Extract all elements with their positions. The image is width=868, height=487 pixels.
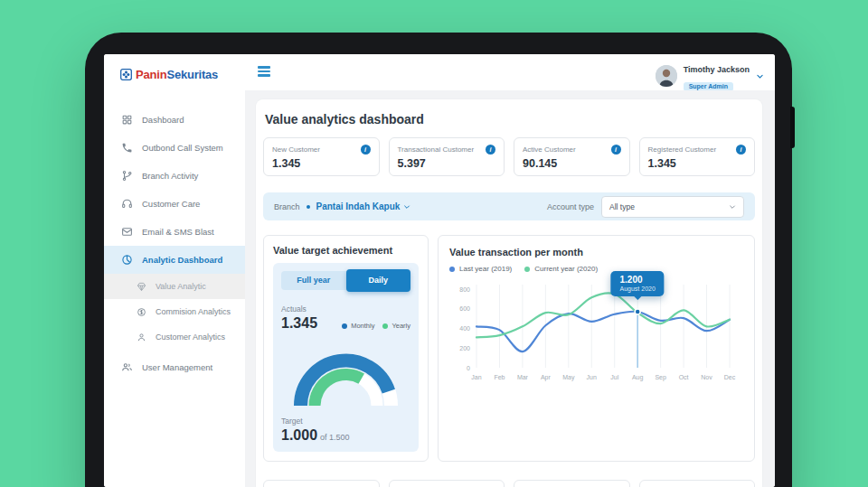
stat-value: 5.397 [398, 157, 496, 170]
hamburger-menu-icon[interactable] [258, 66, 270, 79]
dashboard-card: Value analytics dashboard New Customer 1… [256, 99, 762, 487]
sidebar-item-dashboard[interactable]: Dashboard [104, 106, 245, 134]
brand-name-red: Panin [136, 68, 166, 81]
pie-chart-icon [121, 254, 133, 266]
stat-value: 1.345 [648, 157, 747, 170]
stat-card-transactional-customer: Transactional Customer 5.397 [389, 137, 505, 176]
stat-value: 1.345 [272, 157, 371, 170]
last-year-legend-label: Last year (2019) [459, 265, 512, 273]
svg-text:Jul: Jul [610, 374, 618, 380]
stat-card-new-customer: New Customer 1.345 [263, 137, 380, 176]
last-year-legend-dot [449, 267, 455, 272]
user-name: Timothy Jackson [684, 65, 750, 74]
content-area: Value analytics dashboard New Customer 1… [245, 90, 775, 487]
grid-icon [121, 114, 133, 126]
actuals-value: 1.345 [281, 315, 317, 331]
actuals-label: Actuals [281, 304, 307, 314]
person-icon [137, 332, 146, 342]
topbar: Timothy Jackson Super Admin [245, 54, 775, 91]
stat-cards-row: New Customer 1.345 Transactional Custome… [263, 137, 755, 176]
sidebar-item-label: Email & SMS Blast [142, 227, 214, 237]
svg-text:Nov: Nov [701, 374, 712, 380]
sidebar-item-email-sms-blast[interactable]: Email & SMS Blast [104, 218, 245, 246]
chevron-down-icon[interactable] [756, 72, 764, 80]
svg-text:400: 400 [459, 325, 470, 332]
page-title: Value analytics dashboard [265, 112, 755, 126]
card-title: Value target achievement [273, 245, 419, 256]
user-menu[interactable]: Timothy Jackson Super Admin [656, 60, 764, 92]
monthly-legend-label: Monthly [351, 322, 374, 330]
svg-text:Feb: Feb [494, 374, 505, 380]
stage: PaninSekuritas Dashboard Outbond Call Sy… [0, 0, 868, 487]
sidebar-item-label: Branch Activity [142, 171, 198, 181]
brand-name: PaninSekuritas [136, 68, 218, 81]
sidebar-subitem-label: Value Analytic [156, 282, 206, 291]
sidebar-subitem-commision-analytics[interactable]: Commision Analytics [104, 299, 245, 324]
info-icon[interactable] [361, 145, 371, 155]
target-value: 1.000 [281, 427, 317, 443]
panin-logo-icon [120, 69, 132, 80]
sidebar-subitem-label: Customer Analytics [156, 332, 225, 342]
sidebar-item-user-management[interactable]: User Management [104, 353, 245, 381]
headset-icon [121, 198, 133, 210]
account-type-label: Account type [547, 202, 594, 211]
dashboard-screen: PaninSekuritas Dashboard Outbond Call Sy… [104, 54, 775, 487]
svg-text:Sep: Sep [655, 374, 666, 381]
sidebar-subitem-label: Commision Analytics [156, 307, 231, 316]
svg-text:May: May [562, 374, 575, 381]
sidebar-item-outbond-call[interactable]: Outbond Call System [104, 134, 245, 162]
phone-icon [121, 142, 133, 154]
sidebar-subitem-value-analytic[interactable]: Value Analytic [104, 274, 245, 299]
channel-value-card: Channel value Regular Online trading [639, 480, 756, 487]
tooltip-value: 1.200 [620, 275, 656, 285]
branch-value: Pantai Indah Kapuk [316, 201, 401, 211]
channel-cards-row: Channel value Regular Online trading Cha… [263, 480, 755, 487]
sidebar-item-analytic-dashboard[interactable]: Analytic Dashboard [104, 246, 245, 274]
tab-full-year[interactable]: Full year [281, 271, 346, 290]
value-transaction-card: Value transaction per month Last year (2… [438, 235, 755, 462]
line-chart-legend: Last year (2019) Current year (2020) [449, 265, 743, 273]
sidebar-item-label: Customer Care [142, 199, 200, 209]
current-year-legend-dot [524, 267, 530, 272]
sidebar-item-customer-care[interactable]: Customer Care [104, 190, 245, 218]
branch-icon [121, 170, 133, 182]
stat-label: New Customer [272, 145, 320, 154]
branch-selector[interactable]: Pantai Indah Kapuk [316, 201, 411, 211]
svg-text:0: 0 [467, 365, 470, 371]
info-icon[interactable] [611, 145, 621, 155]
card-title: Value transaction per month [449, 247, 743, 258]
tablet-side-button [790, 107, 795, 148]
chart-tooltip: 1.200 August 2020 [611, 271, 665, 296]
info-icon[interactable] [736, 145, 746, 155]
sidebar-item-label: Analytic Dashboard [142, 255, 222, 265]
account-type-select[interactable]: All type [601, 196, 744, 218]
svg-text:Apr: Apr [541, 374, 552, 381]
yearly-legend-label: Yearly [392, 322, 410, 330]
stat-card-active-customer: Active Customer 90.145 [514, 137, 630, 176]
sidebar-subitem-customer-analytics[interactable]: Customer Analytics [104, 324, 245, 350]
sidebar-nav: Dashboard Outbond Call System Branch Act… [104, 106, 245, 381]
branch-label: Branch [274, 202, 300, 211]
brand-logo[interactable]: PaninSekuritas [104, 54, 245, 81]
info-icon[interactable] [486, 145, 495, 155]
current-year-legend-label: Current year (2020) [534, 265, 598, 273]
channel-value-card: Channel value Regular Online trading [514, 480, 630, 487]
gauge-legend: Monthly Yearly [342, 322, 410, 332]
svg-text:Aug: Aug [632, 374, 644, 381]
stat-label: Transactional Customer [398, 145, 475, 154]
stat-label: Active Customer [523, 145, 576, 154]
line-chart: JanFebMarAprMayJunJulAugSepOctNovDec0200… [449, 280, 740, 383]
gem-icon [137, 282, 146, 292]
chevron-down-icon [729, 203, 736, 211]
stat-card-registered-customer: Registered Customer 1.345 [639, 137, 756, 176]
sidebar: PaninSekuritas Dashboard Outbond Call Sy… [104, 54, 246, 487]
stat-label: Registered Customer [648, 145, 717, 154]
target-label: Target [281, 417, 303, 426]
chevron-down-icon [403, 203, 410, 211]
svg-text:600: 600 [459, 305, 470, 312]
avatar [656, 65, 677, 87]
svg-text:Oct: Oct [679, 374, 689, 380]
bullet-dot [307, 205, 310, 209]
tab-daily[interactable]: Daily [346, 269, 411, 292]
sidebar-item-branch-activity[interactable]: Branch Activity [104, 162, 245, 190]
